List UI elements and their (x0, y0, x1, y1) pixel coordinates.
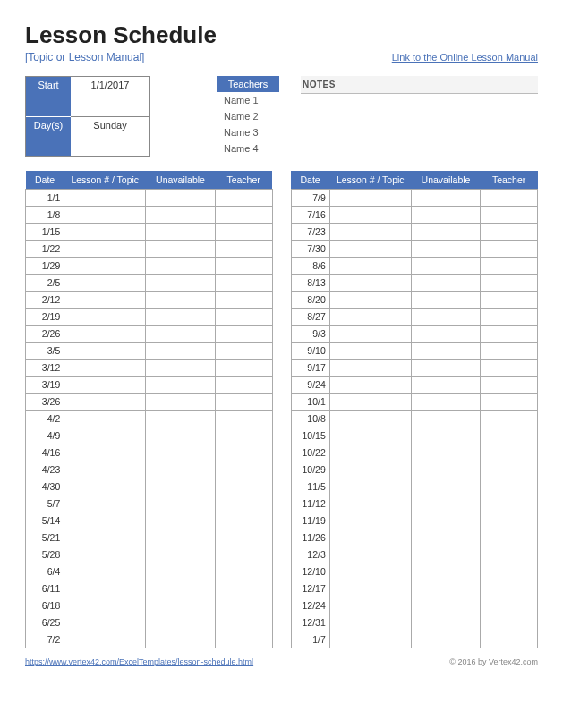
cell-date: 10/22 (291, 444, 329, 461)
table-row: 6/25 (26, 614, 273, 631)
cell-empty (64, 292, 146, 309)
cell-empty (215, 580, 272, 597)
cell-empty (215, 495, 272, 512)
notes-block: NOTES (301, 76, 538, 157)
cell-date: 11/26 (291, 529, 329, 546)
cell-empty (411, 411, 480, 427)
cell-empty (481, 563, 538, 580)
cell-empty (481, 190, 538, 207)
table-row: 2/5 (26, 275, 273, 292)
cell-empty (481, 411, 538, 427)
table-row: 12/10 (291, 563, 538, 580)
cell-empty (215, 614, 272, 631)
table-row: 2/26 (26, 326, 273, 343)
cell-empty (329, 478, 411, 495)
table-row: 12/3 (291, 546, 538, 563)
footer: https://www.vertex42.com/ExcelTemplates/… (25, 657, 538, 666)
cell-empty (329, 343, 411, 360)
cell-empty (329, 563, 411, 580)
cell-empty (411, 529, 480, 546)
cell-empty (64, 631, 146, 648)
cell-empty (215, 343, 272, 360)
cell-empty (411, 478, 480, 495)
cell-empty (329, 207, 411, 224)
table-row: 8/20 (291, 292, 538, 309)
table-row: 1/1 (26, 190, 273, 207)
cell-empty (64, 444, 146, 461)
cell-empty (146, 546, 215, 563)
cell-date: 1/29 (26, 258, 64, 275)
table-row: 8/27 (291, 309, 538, 326)
cell-empty (215, 292, 272, 309)
teacher-item: Name 3 (217, 124, 279, 140)
cell-empty (215, 394, 272, 411)
teacher-item: Name 2 (217, 108, 279, 124)
cell-date: 2/19 (26, 309, 64, 326)
cell-empty (411, 258, 480, 275)
cell-empty (481, 529, 538, 546)
table-row: 12/31 (291, 614, 538, 631)
cell-empty (64, 597, 146, 614)
table-row: 2/19 (26, 309, 273, 326)
cell-empty (481, 614, 538, 631)
table-row: 3/5 (26, 343, 273, 360)
teacher-list: Name 1Name 2Name 3Name 4 (217, 92, 279, 157)
cell-empty (481, 478, 538, 495)
cell-empty (481, 360, 538, 377)
table-row: 6/11 (26, 580, 273, 597)
cell-empty (215, 461, 272, 478)
table-row: 9/17 (291, 360, 538, 377)
cell-empty (329, 411, 411, 427)
cell-empty (64, 207, 146, 224)
cell-date: 8/6 (291, 258, 329, 275)
cell-empty (481, 224, 538, 241)
cell-empty (411, 343, 480, 360)
cell-empty (329, 427, 411, 444)
cell-date: 11/12 (291, 495, 329, 512)
cell-empty (64, 529, 146, 546)
cell-empty (64, 377, 146, 394)
table-row: 7/30 (291, 241, 538, 258)
cell-date: 9/17 (291, 360, 329, 377)
cell-empty (329, 326, 411, 343)
cell-date: 12/24 (291, 597, 329, 614)
table-row: 5/7 (26, 495, 273, 512)
table-row: 3/19 (26, 377, 273, 394)
cell-empty (64, 190, 146, 207)
table-row: 11/19 (291, 512, 538, 529)
cell-date: 5/28 (26, 546, 64, 563)
cell-empty (64, 360, 146, 377)
cell-empty (215, 377, 272, 394)
manual-link[interactable]: Link to the Online Lesson Manual (392, 52, 538, 63)
table-row: 8/13 (291, 275, 538, 292)
cell-empty (329, 377, 411, 394)
table-row: 5/28 (26, 546, 273, 563)
cell-empty (329, 292, 411, 309)
cell-empty (146, 343, 215, 360)
cell-empty (411, 292, 480, 309)
cell-empty (411, 190, 480, 207)
cell-empty (481, 326, 538, 343)
cell-empty (146, 394, 215, 411)
cell-date: 11/5 (291, 478, 329, 495)
cell-empty (146, 444, 215, 461)
cell-empty (481, 631, 538, 648)
table-row: 9/10 (291, 343, 538, 360)
table-row: 10/15 (291, 427, 538, 444)
cell-empty (64, 275, 146, 292)
schedule-columns: Date Lesson # / Topic Unavailable Teache… (25, 171, 538, 648)
cell-empty (411, 394, 480, 411)
cell-empty (215, 529, 272, 546)
cell-date: 2/5 (26, 275, 64, 292)
cell-empty (481, 580, 538, 597)
cell-empty (215, 597, 272, 614)
cell-empty (64, 614, 146, 631)
cell-empty (146, 580, 215, 597)
info-box: Start 1/1/2017 Day(s) Sunday (25, 76, 150, 157)
cell-empty (215, 275, 272, 292)
footer-url[interactable]: https://www.vertex42.com/ExcelTemplates/… (25, 657, 253, 666)
cell-date: 12/31 (291, 614, 329, 631)
table-row: 4/30 (26, 478, 273, 495)
cell-empty (329, 614, 411, 631)
page-title: Lesson Schedule (25, 21, 538, 49)
